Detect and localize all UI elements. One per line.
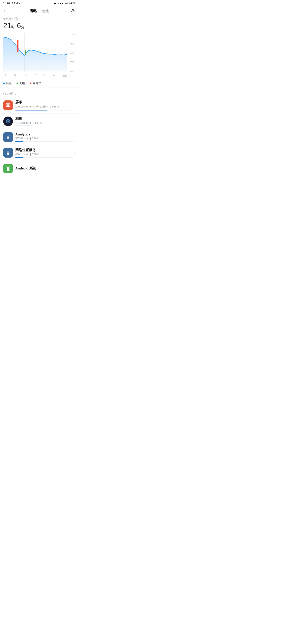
app-bar-bg <box>15 141 73 142</box>
list-item[interactable]: 屏幕 1909.38 mAh | 4小时52分钟 | 25.86% › <box>0 97 79 114</box>
app-detail: 480.14 mAh | 6.50% <box>15 153 73 156</box>
x-label-0: 0 <box>35 74 36 78</box>
settings-icon[interactable] <box>71 8 75 14</box>
svg-point-20 <box>8 121 9 122</box>
chevron-right-icon: › <box>74 167 75 170</box>
legend: 耗电 充电 耗电快 <box>0 79 79 88</box>
y-label-75: 75% <box>70 42 75 45</box>
svg-point-41 <box>9 152 9 152</box>
app-icon-screen <box>3 100 13 110</box>
app-bar-fill <box>15 126 33 126</box>
svg-rect-52 <box>7 169 10 171</box>
app-name: 屏幕 <box>15 100 73 104</box>
y-labels: 100% 75% 50% 25% 0% <box>70 33 75 73</box>
signal-icon: ▲▲▲ <box>57 2 64 5</box>
chart-container: 100% 75% 50% 25% 0% 15 18 21 0 3 6 现在 <box>0 33 79 79</box>
legend-dot-drain <box>3 82 5 84</box>
chevron-right-icon: › <box>74 135 75 139</box>
status-time: 10:46 | 1.2M/s <box>3 2 20 5</box>
app-name: 相机 <box>15 116 73 121</box>
app-name: Analytics <box>15 132 73 136</box>
app-detail: 507.68 mAh | 6.88% <box>15 137 73 140</box>
app-info-analytics: Analytics 507.68 mAh | 6.88% <box>15 132 73 142</box>
app-info-screen: 屏幕 1909.38 mAh | 4小时52分钟 | 25.86% <box>15 100 73 110</box>
svg-rect-16 <box>7 104 9 106</box>
legend-dot-charge <box>17 82 18 84</box>
legend-fast-drain: 耗电快 <box>30 82 41 85</box>
chevron-right-icon: › <box>74 151 75 154</box>
chevron-right-icon: › <box>74 120 75 123</box>
app-bar-fill <box>15 141 23 142</box>
usage-label: 使用时长 ? <box>3 17 75 21</box>
chart-svg <box>3 33 67 72</box>
svg-point-49 <box>9 168 9 168</box>
header: ← 省电 电池 <box>0 6 79 17</box>
ranking-label: 耗电排行 <box>3 92 14 96</box>
list-item[interactable]: Analytics 507.68 mAh | 6.88% › <box>0 130 79 145</box>
header-tabs: 省电 电池 <box>30 8 49 13</box>
battery-icon: 43% <box>71 2 75 5</box>
legend-drain: 耗电 <box>3 82 12 85</box>
app-bar-bg <box>15 157 73 158</box>
app-icon-analytics <box>3 132 13 142</box>
svg-point-27 <box>7 136 9 138</box>
legend-label-fast-drain: 耗电快 <box>33 82 41 85</box>
app-info-android: Android 系统 <box>15 166 73 171</box>
app-detail: 1909.38 mAh | 4小时52分钟 | 25.86% <box>15 105 73 108</box>
app-bar-bg <box>15 110 73 110</box>
svg-point-28 <box>8 136 8 137</box>
list-item[interactable]: Android 系统 › <box>0 161 79 179</box>
svg-point-29 <box>9 136 9 137</box>
wifi-icon: WiFi <box>65 2 70 5</box>
app-icon-camera <box>3 116 13 126</box>
chevron-right-icon: › <box>74 104 75 107</box>
x-label-3: 3 <box>44 74 46 78</box>
app-bar-bg <box>15 126 73 126</box>
x-label-6: 6 <box>53 74 55 78</box>
back-button[interactable]: ← <box>3 9 8 13</box>
y-label-0: 0% <box>70 70 75 73</box>
usage-time: 21时 6分 <box>3 22 75 30</box>
list-item[interactable]: 相机 1046.10 mAh | 14.17% › <box>0 114 79 130</box>
svg-point-40 <box>8 152 8 152</box>
x-label-now: 现在 <box>63 74 67 78</box>
svg-point-48 <box>7 168 8 168</box>
svg-point-13 <box>66 53 67 55</box>
app-name: Android 系统 <box>15 166 73 171</box>
svg-marker-8 <box>3 37 67 72</box>
x-labels: 15 18 21 0 3 6 现在 <box>3 73 67 78</box>
y-label-100: 100% <box>70 33 75 36</box>
svg-rect-9 <box>18 40 19 52</box>
tab-save-power[interactable]: 省电 <box>30 8 37 13</box>
info-icon[interactable]: ? <box>15 17 18 20</box>
legend-dot-fast-drain <box>30 82 32 84</box>
usage-section: 使用时长 ? 21时 6分 <box>0 17 79 33</box>
app-bar-fill <box>15 157 23 158</box>
bluetooth-icon: ✱ <box>54 2 56 5</box>
legend-charge: 充电 <box>17 82 25 85</box>
app-detail: 1046.10 mAh | 14.17% <box>15 121 73 124</box>
svg-point-21 <box>7 120 8 121</box>
tab-battery[interactable]: 电池 <box>42 8 49 13</box>
legend-label-charge: 充电 <box>19 82 25 85</box>
app-icon-location <box>3 148 13 158</box>
svg-point-0 <box>72 10 74 11</box>
list-item[interactable]: 网络位置服务 480.14 mAh | 6.50% › <box>0 145 79 161</box>
app-icon-android-system <box>3 164 13 173</box>
legend-label-drain: 耗电 <box>6 82 12 85</box>
y-label-50: 50% <box>70 52 75 54</box>
ranking-chevron: ⌄ <box>15 92 17 95</box>
status-right: ✱ ▲▲▲ WiFi 43% <box>54 2 75 5</box>
x-label-21: 21 <box>24 74 27 78</box>
chart-area: 100% 75% 50% 25% 0% 15 18 21 0 3 6 现在 <box>3 33 75 78</box>
ranking-header[interactable]: 耗电排行 ⌄ <box>0 89 79 97</box>
status-bar: 10:46 | 1.2M/s ✱ ▲▲▲ WiFi 43% <box>0 0 79 6</box>
app-info-location: 网络位置服务 480.14 mAh | 6.50% <box>15 148 73 158</box>
app-list: 屏幕 1909.38 mAh | 4小时52分钟 | 25.86% › 相机 1… <box>0 97 79 179</box>
svg-point-39 <box>7 152 9 154</box>
app-info-camera: 相机 1046.10 mAh | 14.17% <box>15 116 73 126</box>
x-label-15: 15 <box>3 74 6 78</box>
app-bar-fill <box>15 110 47 110</box>
x-label-18: 18 <box>14 74 16 78</box>
y-label-25: 25% <box>70 61 75 64</box>
